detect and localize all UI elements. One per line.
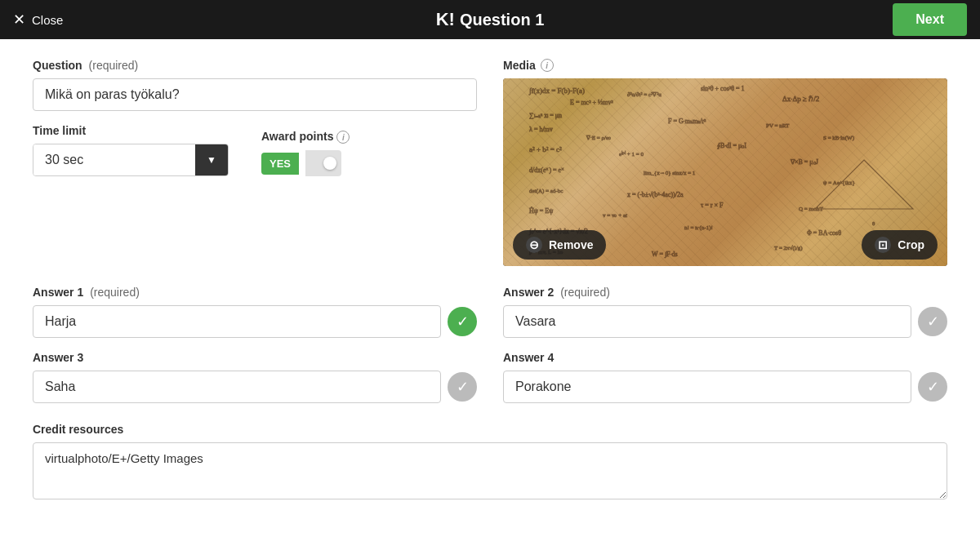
svg-text:λ = h/mv: λ = h/mv <box>529 126 553 133</box>
crop-label: Crop <box>898 238 924 251</box>
svg-text:Δx·Δp ≥ ℏ/2: Δx·Δp ≥ ℏ/2 <box>782 95 819 103</box>
media-info-icon: i <box>541 59 554 72</box>
answer-1-label: Answer 1 (required) <box>33 286 477 299</box>
svg-text:a² + b² = c²: a² + b² = c² <box>529 145 562 153</box>
close-button[interactable]: ✕ Close <box>13 12 63 27</box>
award-points-toggle[interactable]: YES <box>261 150 477 176</box>
answer-3-group: Answer 3 ✓ <box>33 351 477 403</box>
remove-icon: ⊖ <box>526 237 542 253</box>
svg-text:∇·E = ρ/ε₀: ∇·E = ρ/ε₀ <box>586 135 611 141</box>
left-column: Question (required) Time limit 30 sec ▼ … <box>33 59 477 266</box>
answer-2-group: Answer 2 (required) ✓ <box>503 286 947 338</box>
answer-4-group: Answer 4 ✓ <box>503 351 947 403</box>
time-limit-label: Time limit <box>33 124 248 137</box>
credit-resources-label: Credit resources <box>33 423 947 436</box>
answer-2-check[interactable]: ✓ <box>918 307 947 336</box>
answer-4-check[interactable]: ✓ <box>918 372 947 402</box>
answer-1-input[interactable] <box>33 305 441 338</box>
time-limit-group: Time limit 30 sec ▼ <box>33 124 248 176</box>
remove-button[interactable]: ⊖ Remove <box>513 230 606 260</box>
svg-text:det(A) = ad-bc: det(A) = ad-bc <box>529 188 563 194</box>
svg-text:PV = nRT: PV = nRT <box>766 122 790 129</box>
answer-4-label: Answer 4 <box>503 351 947 364</box>
toggle-yes-label: YES <box>261 153 299 175</box>
question-title: Question 1 <box>460 11 544 29</box>
answer-3-check[interactable]: ✓ <box>448 372 477 402</box>
right-column: Media i ∫f(x)dx = F(b)-F(a) E = mc² + ½m… <box>503 59 947 266</box>
svg-text:∫f(x)dx = F(b)-F(a): ∫f(x)dx = F(b)-F(a) <box>528 87 585 95</box>
answer-3-row: ✓ <box>33 371 477 403</box>
svg-text:Ĥψ = Eψ: Ĥψ = Eψ <box>529 206 553 215</box>
credit-section: Credit resources virtualphoto/E+/Getty I… <box>33 423 947 503</box>
header-title: K! Question 1 <box>436 9 545 30</box>
time-limit-dropdown-icon[interactable]: ▼ <box>195 144 228 175</box>
header: ✕ Close K! Question 1 Next <box>0 0 980 39</box>
svg-text:eⁱᵖⁱ + 1 = 0: eⁱᵖⁱ + 1 = 0 <box>619 151 644 158</box>
award-points-label: Award points i <box>261 130 477 144</box>
answer-1-row: ✓ <box>33 305 477 338</box>
toggle-knob <box>323 157 336 170</box>
answer-1-required-tag: (required) <box>90 286 140 299</box>
remove-label: Remove <box>549 238 593 251</box>
svg-text:∑ᵢ₌₁ⁿ xᵢ = μn: ∑ᵢ₌₁ⁿ xᵢ = μn <box>529 112 562 119</box>
answer-2-required-tag: (required) <box>560 286 610 299</box>
svg-text:∂²u/∂t² = c²∇²u: ∂²u/∂t² = c²∇²u <box>627 91 662 98</box>
crop-button[interactable]: ⊡ Crop <box>862 230 938 260</box>
svg-text:d/dx(eˣ) = eˣ: d/dx(eˣ) = eˣ <box>529 166 564 174</box>
media-actions: ⊖ Remove ⊡ Crop <box>503 224 947 266</box>
answer-1-group: Answer 1 (required) ✓ <box>33 286 477 338</box>
credit-resources-input[interactable]: virtualphoto/E+/Getty Images <box>33 442 947 499</box>
time-limit-value: 30 sec <box>33 144 195 175</box>
crop-icon: ⊡ <box>875 237 891 253</box>
svg-text:sin²θ + cos²θ = 1: sin²θ + cos²θ = 1 <box>701 85 744 92</box>
answer-2-row: ✓ <box>503 305 947 338</box>
answer-2-input[interactable] <box>503 305 911 338</box>
question-field-label: Question (required) <box>33 59 477 72</box>
answer-1-check[interactable]: ✓ <box>448 307 477 336</box>
answer-4-row: ✓ <box>503 371 947 403</box>
svg-text:x = (-b±√(b²-4ac))/2a: x = (-b±√(b²-4ac))/2a <box>627 191 684 198</box>
svg-text:S = kB·ln(W): S = kB·ln(W) <box>823 135 855 141</box>
question-input[interactable] <box>33 78 477 111</box>
answers-grid: Answer 1 (required) ✓ Answer 2 (required… <box>33 286 947 403</box>
svg-text:∇×B = μ₀J: ∇×B = μ₀J <box>790 158 818 166</box>
answer-3-label: Answer 3 <box>33 351 477 364</box>
answer-4-input[interactable] <box>503 371 911 403</box>
svg-text:E = mc² + ½mv²: E = mc² + ½mv² <box>570 99 613 106</box>
svg-text:F = G·m₁m₂/r²: F = G·m₁m₂/r² <box>668 118 706 125</box>
next-button[interactable]: Next <box>893 3 967 36</box>
award-points-group: Award points i YES <box>261 130 477 177</box>
svg-text:lim_{x→0} sinx/x = 1: lim_{x→0} sinx/x = 1 <box>644 170 696 176</box>
question-required-tag: (required) <box>89 59 139 72</box>
svg-text:∮B·dl = μ₀I: ∮B·dl = μ₀I <box>717 142 746 149</box>
svg-text:v = v₀ + at: v = v₀ + at <box>603 212 627 219</box>
toggle-switch[interactable] <box>305 150 341 176</box>
svg-text:τ = r × F: τ = r × F <box>701 202 724 209</box>
time-limit-select[interactable]: 30 sec ▼ <box>33 144 229 176</box>
kahoot-logo: K! <box>436 9 455 30</box>
answer-3-input[interactable] <box>33 371 441 403</box>
close-icon: ✕ <box>13 12 25 27</box>
media-preview: ∫f(x)dx = F(b)-F(a) E = mc² + ½mv² ∑ᵢ₌₁ⁿ… <box>503 78 947 266</box>
close-label: Close <box>32 13 63 27</box>
media-label: Media i <box>503 59 947 72</box>
award-points-info-icon: i <box>336 131 350 144</box>
answer-2-label: Answer 2 (required) <box>503 286 947 299</box>
main-content: Question (required) Time limit 30 sec ▼ … <box>0 39 980 546</box>
